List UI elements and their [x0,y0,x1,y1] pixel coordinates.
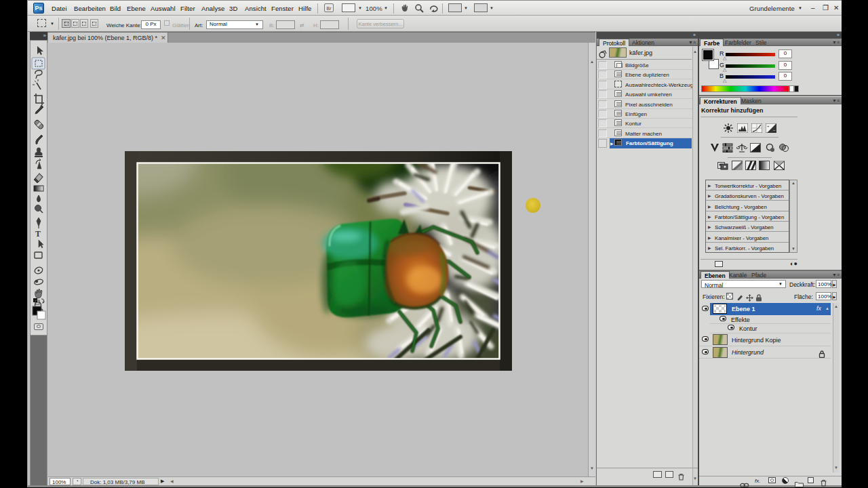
svg-text:+: + [767,124,770,128]
svg-text:T: T [35,229,41,239]
